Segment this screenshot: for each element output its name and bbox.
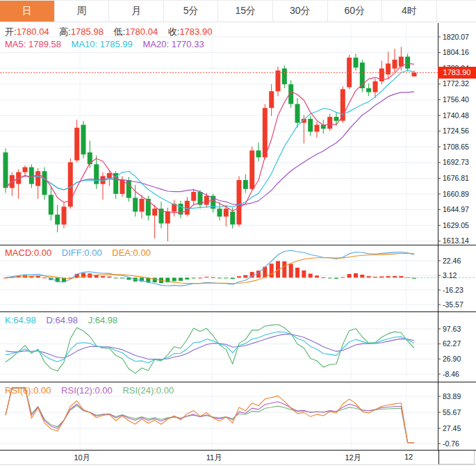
tab-week[interactable]: 周 bbox=[55, 1, 110, 22]
last-price-tag: 1783.90 bbox=[438, 67, 476, 79]
tab-m30[interactable]: 30分 bbox=[273, 1, 328, 22]
kline-chart-app: 日周月5分15分30分60分4时 开:1780.04 高:1785.98 低:1… bbox=[0, 0, 476, 470]
tab-day[interactable]: 日 bbox=[0, 1, 55, 22]
time-axis-label: 12月 bbox=[345, 453, 361, 463]
time-axis-label: 12 bbox=[404, 453, 413, 461]
tab-h4[interactable]: 4时 bbox=[382, 1, 437, 22]
bottom-divider bbox=[0, 464, 476, 465]
timeframe-tabbar: 日周月5分15分30分60分4时 bbox=[0, 0, 476, 22]
tab-month[interactable]: 月 bbox=[109, 1, 164, 22]
time-axis-label: 10月 bbox=[74, 453, 90, 463]
tab-m15[interactable]: 15分 bbox=[218, 1, 273, 22]
time-axis-label: 11月 bbox=[206, 453, 222, 463]
tab-m60[interactable]: 60分 bbox=[328, 1, 383, 22]
kline-chart-canvas[interactable] bbox=[0, 23, 476, 451]
tab-m5[interactable]: 5分 bbox=[164, 1, 219, 22]
tabbar-filler bbox=[437, 1, 476, 22]
chart-area[interactable]: 开:1780.04 高:1785.98 低:1780.04 收:1783.90 … bbox=[0, 23, 476, 470]
axis-corner-box bbox=[438, 451, 475, 464]
